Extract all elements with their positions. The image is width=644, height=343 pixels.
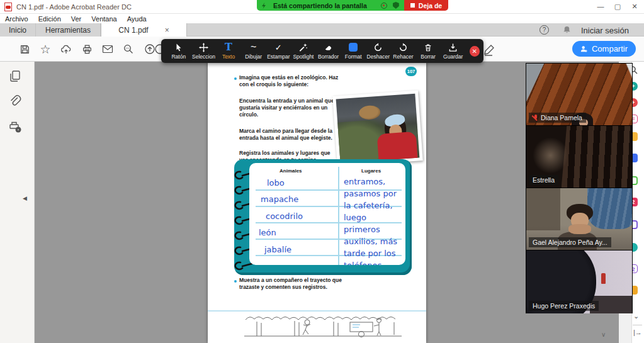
tab-document[interactable]: CN 1.pdf ×: [101, 23, 187, 37]
menu-archivo[interactable]: Archivo: [5, 15, 28, 23]
tab-herramientas[interactable]: Herramientas: [36, 23, 101, 37]
tool-mouse[interactable]: Ratón: [166, 40, 191, 62]
tool-spotlight[interactable]: Spotlight: [291, 40, 316, 62]
participant-name: Diana Pamela: [541, 114, 582, 121]
share-button[interactable]: Compartir: [572, 41, 636, 57]
print-icon[interactable]: [80, 42, 94, 56]
notebook-sheet: Animales Lugares lobo mapache cocodrilo …: [249, 163, 405, 265]
tool-stamp-label: Estampar: [267, 53, 290, 60]
acrobat-icon: [4, 3, 12, 11]
instruction-paragraph: Encuentra la entrada y un animal que te …: [239, 98, 345, 118]
tool-redo-label: Rehacer: [393, 53, 413, 60]
participant-name-badge: Estrella: [529, 175, 558, 185]
instruction-paragraph: Marca el camino para llegar desde la ent…: [239, 128, 345, 142]
tool-undo[interactable]: Deshacer: [366, 40, 391, 62]
screen-share-banner: Está compartiendo la pantalla Deja de: [257, 0, 448, 11]
chevron-down-icon[interactable]: ⌄: [633, 312, 639, 320]
tool-eraser[interactable]: Borrador: [316, 40, 341, 62]
search-icon[interactable]: [121, 42, 135, 56]
move-icon: [199, 43, 208, 52]
zoo-photo: [332, 90, 422, 166]
help-icon[interactable]: ?: [539, 25, 549, 35]
animal-annotation[interactable]: cocodrilo: [266, 211, 303, 221]
tool-draw[interactable]: ~ Dibujar: [241, 40, 266, 62]
participant-video[interactable]: Estrella: [526, 126, 632, 188]
column-header-lugares: Lugares: [361, 168, 381, 174]
save-icon[interactable]: [18, 42, 31, 56]
tool-save-label: Guardar: [443, 53, 463, 60]
text-tool-icon: T: [225, 43, 232, 52]
tool-spotlight-label: Spotlight: [293, 53, 314, 60]
tool-select[interactable]: Seleccion: [191, 40, 217, 62]
share-button-label: Compartir: [592, 44, 628, 53]
fill-sign-pen-icon[interactable]: [482, 43, 497, 58]
pdf-page: 107 Imagina que estás en el zoológico. H…: [208, 62, 426, 343]
minimize-button[interactable]: —: [593, 1, 608, 12]
cursor-icon: [174, 43, 183, 52]
page-number-badge: 107: [405, 67, 417, 76]
cloud-upload-icon[interactable]: [59, 42, 73, 56]
participants-panel: Diana Pamela Estrella Gael Alejandro Peñ…: [526, 63, 633, 313]
participant-name: Estrella: [533, 176, 555, 184]
tool-save[interactable]: Guardar: [441, 40, 466, 62]
scroll-down-icon[interactable]: ∨: [601, 331, 606, 338]
sign-in-button[interactable]: Iniciar sesión: [581, 26, 629, 35]
strip-divider: [633, 325, 642, 325]
bullet-icon: [234, 280, 237, 283]
annotation-toolbar: Ratón Seleccion T Texto ~ Dibujar ✓ Esta…: [161, 39, 483, 63]
protected-print-icon[interactable]: [8, 120, 23, 135]
menu-ver[interactable]: Ver: [71, 15, 82, 23]
email-icon[interactable]: [101, 42, 115, 56]
collapse-panel-icon[interactable]: ◀: [23, 195, 27, 201]
participant-name-badge: Diana Pamela: [529, 113, 586, 123]
redo-icon: [398, 43, 408, 52]
tool-redo[interactable]: Rehacer: [391, 40, 416, 62]
tool-clear[interactable]: Borrar: [415, 40, 441, 62]
animal-annotation[interactable]: lobo: [267, 178, 285, 188]
tab-close-icon[interactable]: ×: [165, 26, 169, 35]
participant-video[interactable]: Diana Pamela: [526, 64, 632, 126]
tool-stamp[interactable]: ✓ Estampar: [266, 40, 291, 62]
tool-select-label: Seleccion: [192, 53, 215, 60]
close-button[interactable]: ✕: [627, 1, 642, 12]
attachments-icon[interactable]: [8, 94, 23, 110]
instruction-paragraph: Imagina que estás en el zoológico. Haz c…: [239, 74, 339, 88]
animal-annotation[interactable]: mapache: [261, 194, 298, 204]
star-icon[interactable]: ☆: [38, 42, 52, 56]
right-tools-strip: + + ≡ 2 2 ⌄ |→: [631, 62, 644, 343]
record-icon[interactable]: [381, 3, 387, 9]
tool-text[interactable]: T Texto: [216, 40, 241, 62]
tab-inicio[interactable]: Inicio: [0, 23, 36, 37]
menu-ayuda[interactable]: Ayuda: [127, 15, 147, 23]
park-illustration: [244, 313, 402, 340]
tab-inicio-label: Inicio: [9, 26, 26, 35]
tool-eraser-label: Borrador: [318, 53, 339, 60]
format-swatch-icon: [349, 43, 358, 52]
expand-pane-icon[interactable]: |→: [633, 329, 642, 336]
menu-ventana[interactable]: Ventana: [91, 15, 116, 23]
tool-format[interactable]: Format: [341, 40, 366, 62]
places-annotation[interactable]: entramos, pasamos por la cafetería, lueg…: [344, 176, 404, 265]
tool-format-label: Format: [345, 53, 362, 60]
participant-name-badge: Hugo Perez Praxedis: [529, 301, 599, 311]
annotation-toolbar-close-icon[interactable]: ✕: [470, 46, 480, 57]
bell-icon[interactable]: [562, 25, 572, 35]
tool-text-label: Texto: [222, 53, 235, 60]
left-panel: [0, 62, 35, 343]
undo-icon: [373, 43, 383, 52]
maximize-button[interactable]: ▢: [610, 1, 625, 12]
participant-video[interactable]: Hugo Perez Praxedis: [526, 250, 632, 313]
notebook-table: Animales Lugares lobo mapache cocodrilo …: [234, 159, 412, 275]
participant-name: Hugo Perez Praxedis: [533, 302, 595, 310]
animal-annotation[interactable]: león: [259, 228, 276, 237]
eraser-icon: [324, 43, 333, 52]
animal-annotation[interactable]: jabalíe: [264, 245, 291, 254]
menu-edicion[interactable]: Edición: [38, 15, 61, 23]
security-icon[interactable]: [393, 2, 399, 9]
share-banner-icon: [261, 3, 267, 9]
page-thumbnails-icon[interactable]: [8, 69, 23, 84]
column-header-animales: Animales: [280, 168, 302, 174]
participant-video[interactable]: Gael Alejandro Peña Ay...: [526, 188, 632, 250]
menu-bar: Archivo Edición Ver Ventana Ayuda: [0, 14, 644, 23]
stop-sharing-button[interactable]: Deja de: [404, 0, 448, 11]
